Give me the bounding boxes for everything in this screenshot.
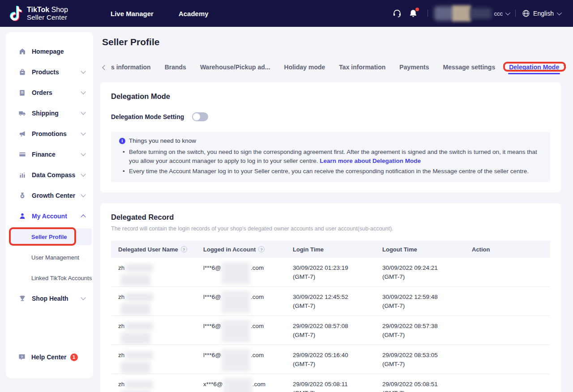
sidebar-item-my-account[interactable]: My Account: [6, 206, 93, 226]
tab-payments[interactable]: Payments: [399, 58, 429, 76]
chevron-down-icon: [505, 10, 510, 15]
redacted-email: [222, 349, 250, 371]
redacted-user-name: [125, 293, 153, 301]
logout-time: 29/09/2022 08:53:05 (GMT-7): [375, 345, 465, 369]
tab-business-information[interactable]: s information: [111, 58, 151, 76]
chevron-down-icon: [81, 192, 86, 197]
delegation-mode-card: Delegation Mode Delegation Mode Setting …: [100, 82, 561, 192]
logout-time: 29/09/2022 08:57:38 (GMT-7): [375, 316, 465, 340]
login-time: 29/09/2022 08:57:08 (GMT-7): [286, 316, 375, 340]
help-bubble-icon: ?: [18, 354, 26, 361]
action-cell: [465, 345, 550, 351]
sidebar: Homepage Products Orders Shipping Promot…: [6, 32, 93, 378]
toggle-knob: [193, 113, 200, 120]
chevron-right-icon: [561, 65, 566, 70]
tab-warehouse-pickup-address[interactable]: Warehouse/Pickup ad...: [200, 58, 270, 76]
help-question-icon[interactable]: [258, 246, 265, 252]
login-time: 30/09/2022 01:23:19 (GMT-7): [286, 258, 375, 281]
account-person-icon: [18, 213, 26, 220]
sidebar-item-help-center[interactable]: ? Help Center 1: [6, 347, 93, 367]
sidebar-item-growth-center[interactable]: Growth Center: [6, 185, 93, 206]
chevron-down-icon: [81, 130, 86, 135]
tab-delegation-mode[interactable]: Delegation Mode: [509, 58, 559, 76]
logout-time: 30/09/2022 09:24:21 (GMT-7): [375, 258, 465, 281]
megaphone-icon: [18, 130, 26, 137]
chevron-up-icon: [81, 214, 86, 219]
sidebar-item-shipping[interactable]: Shipping: [6, 103, 93, 124]
chevron-down-icon: [81, 171, 86, 176]
shipping-truck-icon: [18, 110, 26, 117]
sidebar-subitem-seller-profile[interactable]: Seller Profile: [6, 226, 93, 247]
svg-text:?: ?: [21, 355, 23, 359]
nav-live-manager[interactable]: Live Manager: [111, 10, 154, 17]
home-icon: [18, 48, 26, 55]
sidebar-item-products[interactable]: Products: [6, 62, 93, 82]
delegation-mode-heading: Delegation Mode: [111, 92, 550, 101]
notice-box: Things you need to know Before turning o…: [111, 132, 550, 182]
products-bag-icon: [18, 68, 26, 76]
notifications-bell-button[interactable]: [405, 5, 421, 21]
main-content: Seller Profile s information Brands Ware…: [100, 27, 561, 392]
chevron-down-icon: [81, 68, 86, 73]
notice-bullet-2: Every time the Account Manager log in to…: [119, 167, 542, 176]
sidebar-subitem-user-management[interactable]: User Management: [6, 247, 93, 268]
topbar-divider: [428, 10, 428, 17]
action-cell: [465, 374, 550, 380]
redacted-user-name: [121, 274, 150, 286]
growth-medal-icon: [18, 192, 26, 199]
globe-icon: [522, 9, 530, 17]
active-tab-underline: [508, 73, 560, 74]
delegated-record-heading: Delegated Record: [111, 213, 550, 222]
chevron-down-icon: [557, 10, 562, 15]
sidebar-item-promotions[interactable]: Promotions: [6, 124, 93, 144]
brand-line1-bold: TikTok: [27, 6, 49, 13]
sidebar-item-homepage[interactable]: Homepage: [6, 41, 93, 62]
brand-line2: Seller Center: [27, 14, 68, 21]
language-selector[interactable]: English: [522, 9, 560, 17]
action-cell: [465, 287, 550, 293]
delegated-record-description: The record will contain the login record…: [111, 226, 550, 232]
page-title: Seller Profile: [102, 37, 561, 47]
tabs-scroll-left-button[interactable]: [100, 64, 109, 71]
sidebar-item-shop-health[interactable]: Shop Health: [6, 288, 93, 309]
account-name-suffix: ccc: [494, 10, 503, 17]
help-question-icon[interactable]: [181, 246, 187, 252]
redacted-user-name: [121, 362, 150, 373]
notice-title: Things you need to know: [129, 137, 196, 144]
redacted-user-name: [125, 264, 153, 272]
table-row: zh l***6@ .com 29/09/2022 08:57:08 (GMT-…: [111, 316, 550, 345]
table-row: zh l***6@ .com 30/09/2022 01:23:19 (GMT-…: [111, 258, 550, 287]
tab-brands[interactable]: Brands: [165, 58, 186, 76]
redacted-user-name: [125, 351, 153, 359]
tab-message-settings[interactable]: Message settings: [443, 58, 495, 76]
table-row: zh l***6@ .com 29/09/2022 05:16:40 (GMT-…: [111, 345, 550, 374]
action-cell: [465, 316, 550, 322]
language-label: English: [533, 10, 554, 17]
redacted-email: [222, 262, 250, 284]
orders-doc-icon: [18, 89, 26, 96]
chevron-down-icon: [81, 89, 86, 94]
delegated-record-card: Delegated Record The record will contain…: [100, 203, 561, 392]
topbar-right: ccc English: [389, 5, 573, 21]
nav-academy[interactable]: Academy: [179, 10, 209, 17]
sidebar-item-orders[interactable]: Orders: [6, 82, 93, 103]
table-row: zh x***6@ .com 29/09/2022 05:08:11 (GMT-…: [111, 374, 550, 392]
brand-text: TikTok Shop Seller Center: [27, 6, 68, 21]
tabs-scroll-right-button[interactable]: [559, 64, 568, 71]
finance-card-icon: [18, 151, 26, 158]
action-cell: [465, 258, 550, 264]
account-menu[interactable]: ccc: [434, 5, 509, 21]
sidebar-item-finance[interactable]: Finance: [6, 144, 93, 165]
delegation-mode-toggle[interactable]: [192, 112, 208, 121]
sidebar-item-data-compass[interactable]: Data Compass: [6, 165, 93, 185]
redacted-email: [222, 320, 250, 342]
learn-more-link[interactable]: Learn more about Delegation Mode: [320, 158, 421, 164]
tiktok-logo-icon: [10, 6, 23, 21]
redacted-user-name: [125, 322, 153, 330]
topbar: TikTok Shop Seller Center Live Manager A…: [0, 0, 573, 27]
sidebar-subitem-linked-tiktok-accounts[interactable]: Linked TikTok Accounts: [6, 268, 93, 288]
support-headset-button[interactable]: [389, 5, 405, 21]
tab-tax-information[interactable]: Tax information: [339, 58, 385, 76]
tab-holiday-mode[interactable]: Holiday mode: [284, 58, 325, 76]
brand-logo[interactable]: TikTok Shop Seller Center: [0, 6, 96, 21]
